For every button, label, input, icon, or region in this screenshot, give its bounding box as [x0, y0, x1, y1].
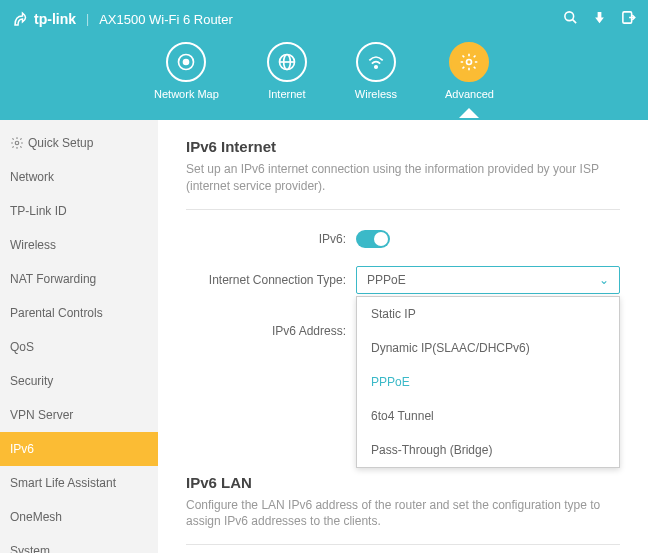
- wireless-icon: [356, 42, 396, 82]
- header-actions: [563, 10, 636, 28]
- svg-point-10: [15, 141, 19, 145]
- chevron-down-icon: ⌄: [599, 273, 609, 287]
- svg-point-9: [467, 60, 472, 65]
- sidebar-item-label: Quick Setup: [28, 136, 93, 150]
- sidebar-item-quick-setup[interactable]: Quick Setup: [0, 126, 158, 160]
- sidebar-item-tplink-id[interactable]: TP-Link ID: [0, 194, 158, 228]
- main-tabs: Network Map Internet Wireless Advanced: [0, 42, 648, 100]
- dropdown-option-pppoe[interactable]: PPPoE: [357, 365, 619, 399]
- advanced-icon: [449, 42, 489, 82]
- dropdown-option-6to4[interactable]: 6to4 Tunnel: [357, 399, 619, 433]
- sidebar-item-label: OneMesh: [10, 510, 62, 524]
- sidebar-item-nat[interactable]: NAT Forwarding: [0, 262, 158, 296]
- ipv6-toggle-label: IPv6:: [186, 232, 356, 246]
- tab-label: Wireless: [355, 88, 397, 100]
- logout-icon[interactable]: [621, 10, 636, 28]
- sidebar-item-qos[interactable]: QoS: [0, 330, 158, 364]
- product-name: AX1500 Wi-Fi 6 Router: [99, 12, 233, 27]
- sidebar-item-label: NAT Forwarding: [10, 272, 96, 286]
- divider: |: [86, 12, 89, 26]
- conn-type-select[interactable]: PPPoE ⌄: [356, 266, 620, 294]
- sidebar-item-label: TP-Link ID: [10, 204, 67, 218]
- search-icon[interactable]: [563, 10, 578, 28]
- sidebar-item-parental[interactable]: Parental Controls: [0, 296, 158, 330]
- sidebar-item-security[interactable]: Security: [0, 364, 158, 398]
- tab-advanced[interactable]: Advanced: [445, 42, 494, 100]
- header: tp-link | AX1500 Wi-Fi 6 Router Network …: [0, 0, 648, 120]
- sidebar-item-ipv6[interactable]: IPv6: [0, 432, 158, 466]
- network-map-icon: [166, 42, 206, 82]
- logo-icon: [12, 10, 30, 28]
- content: IPv6 Internet Set up an IPv6 internet co…: [158, 120, 648, 553]
- section-title-ipv6-lan: IPv6 LAN: [186, 474, 620, 491]
- gear-icon: [10, 136, 24, 150]
- tab-wireless[interactable]: Wireless: [355, 42, 397, 100]
- sidebar-item-network[interactable]: Network: [0, 160, 158, 194]
- dropdown-option-dynamic[interactable]: Dynamic IP(SLAAC/DHCPv6): [357, 331, 619, 365]
- sidebar-item-label: Security: [10, 374, 53, 388]
- sidebar-item-smartlife[interactable]: Smart Life Assistant: [0, 466, 158, 500]
- internet-icon: [267, 42, 307, 82]
- sidebar-item-label: System: [10, 544, 50, 553]
- sidebar-item-label: QoS: [10, 340, 34, 354]
- tab-label: Advanced: [445, 88, 494, 100]
- upgrade-icon[interactable]: [592, 10, 607, 28]
- dropdown-option-passthrough[interactable]: Pass-Through (Bridge): [357, 433, 619, 467]
- ipv6-toggle[interactable]: [356, 230, 390, 248]
- ipv6-address-label: IPv6 Address:: [186, 324, 356, 338]
- brand-text: tp-link: [34, 11, 76, 27]
- sidebar-item-label: IPv6: [10, 442, 34, 456]
- section-desc: Set up an IPv6 internet connection using…: [186, 161, 620, 210]
- sidebar-item-label: Parental Controls: [10, 306, 103, 320]
- svg-point-4: [184, 60, 189, 65]
- conn-type-value: PPPoE: [367, 273, 406, 287]
- sidebar-item-label: Smart Life Assistant: [10, 476, 116, 490]
- sidebar-item-vpn[interactable]: VPN Server: [0, 398, 158, 432]
- sidebar-item-label: Network: [10, 170, 54, 184]
- sidebar: Quick Setup Network TP-Link ID Wireless …: [0, 120, 158, 553]
- sidebar-item-wireless[interactable]: Wireless: [0, 228, 158, 262]
- sidebar-item-system[interactable]: System: [0, 534, 158, 553]
- tab-label: Network Map: [154, 88, 219, 100]
- section-desc-lan: Configure the LAN IPv6 address of the ro…: [186, 497, 620, 546]
- section-title-ipv6-internet: IPv6 Internet: [186, 138, 620, 155]
- sidebar-item-label: VPN Server: [10, 408, 73, 422]
- dropdown-option-static[interactable]: Static IP: [357, 297, 619, 331]
- conn-type-dropdown: Static IP Dynamic IP(SLAAC/DHCPv6) PPPoE…: [356, 296, 620, 468]
- svg-point-0: [565, 12, 574, 21]
- sidebar-item-onemesh[interactable]: OneMesh: [0, 500, 158, 534]
- tab-internet[interactable]: Internet: [267, 42, 307, 100]
- brand-logo: tp-link: [12, 10, 76, 28]
- tab-label: Internet: [268, 88, 305, 100]
- svg-point-8: [375, 66, 378, 69]
- conn-type-label: Internet Connection Type:: [186, 273, 356, 287]
- svg-line-1: [572, 19, 576, 23]
- tab-network-map[interactable]: Network Map: [154, 42, 219, 100]
- sidebar-item-label: Wireless: [10, 238, 56, 252]
